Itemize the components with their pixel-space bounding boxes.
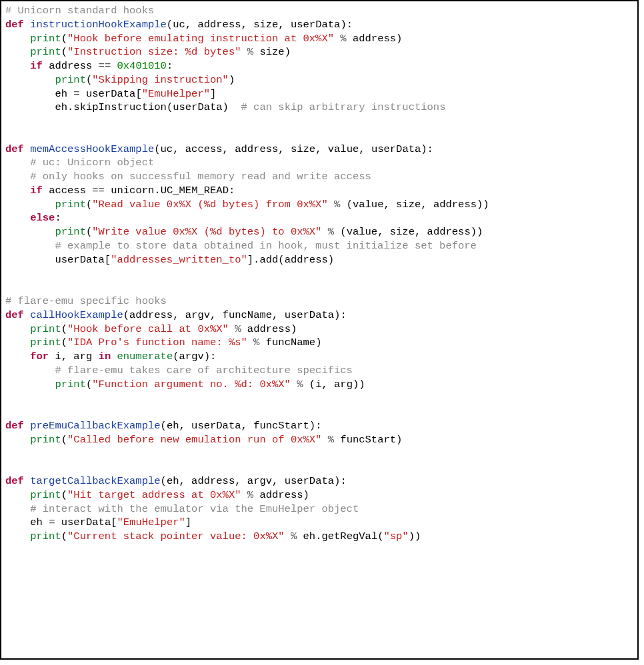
code-token: , bbox=[415, 226, 427, 238]
code-token: ) bbox=[396, 434, 402, 446]
code-token: == bbox=[99, 60, 111, 72]
code-token: size bbox=[259, 46, 284, 58]
code-token: print bbox=[30, 46, 61, 58]
code-token: , bbox=[241, 420, 254, 432]
code-token: ( bbox=[86, 378, 92, 390]
code-token bbox=[92, 60, 98, 72]
code-token: argv bbox=[185, 309, 210, 321]
code-token: , bbox=[383, 199, 396, 211]
code-token: size bbox=[253, 19, 278, 31]
code-token: ( bbox=[61, 434, 67, 446]
code-token: ) bbox=[315, 336, 321, 348]
code-token: == bbox=[92, 185, 105, 197]
code-token: , bbox=[173, 143, 185, 155]
code-token bbox=[111, 60, 117, 72]
code-token: ( bbox=[61, 489, 67, 501]
code-token: , bbox=[241, 19, 254, 31]
code-token bbox=[347, 33, 353, 45]
code-token: , bbox=[272, 475, 285, 487]
code-token bbox=[5, 378, 55, 390]
code-token: ] bbox=[185, 516, 191, 528]
code-token bbox=[5, 489, 30, 501]
code-token: def bbox=[5, 19, 24, 31]
code-token: ( bbox=[173, 350, 179, 362]
code-token: "Hook before emulating instruction at 0x… bbox=[67, 33, 334, 45]
code-token: ( bbox=[61, 46, 67, 58]
code-token: : bbox=[229, 185, 235, 197]
code-token: print bbox=[30, 323, 61, 335]
code-token bbox=[5, 199, 55, 211]
code-token: access bbox=[49, 185, 86, 197]
code-token: : bbox=[167, 60, 173, 72]
code-token: size bbox=[396, 199, 421, 211]
code-token bbox=[328, 199, 334, 211]
code-token: arg bbox=[334, 378, 353, 390]
code-token: )) bbox=[471, 226, 483, 238]
code-token bbox=[43, 516, 49, 528]
code-token: ( bbox=[167, 101, 173, 113]
code-token bbox=[55, 516, 61, 528]
code-token bbox=[5, 336, 30, 348]
code-token: [ bbox=[105, 254, 111, 266]
code-token: value bbox=[347, 226, 378, 238]
code-token bbox=[259, 336, 265, 348]
code-token: def bbox=[5, 420, 24, 432]
code-token: # flare-emu takes care of architecture s… bbox=[55, 364, 352, 376]
code-token: print bbox=[30, 434, 61, 446]
code-token: ( bbox=[86, 74, 92, 86]
code-token bbox=[80, 88, 86, 100]
code-token: , bbox=[359, 143, 371, 155]
code-token bbox=[5, 516, 30, 528]
code-token: in bbox=[99, 350, 111, 362]
code-token: "Hit target address at 0x%X" bbox=[67, 489, 241, 501]
code-token: ): bbox=[334, 475, 347, 487]
code-token: eh bbox=[55, 101, 67, 113]
code-token bbox=[5, 46, 30, 58]
code-token: funcName bbox=[223, 309, 272, 321]
code-token bbox=[5, 364, 55, 376]
code-token: , bbox=[61, 350, 74, 362]
code-token bbox=[5, 60, 30, 72]
code-token: userData bbox=[191, 420, 241, 432]
code-token bbox=[321, 226, 327, 238]
code-token: = bbox=[73, 88, 79, 100]
code-token bbox=[5, 350, 30, 362]
code-token: address bbox=[49, 60, 92, 72]
code-token: unicorn bbox=[111, 185, 154, 197]
code-token: def bbox=[5, 309, 24, 321]
code-token: )) bbox=[409, 530, 421, 542]
code-token: address bbox=[235, 143, 278, 155]
code-token: # Unicorn standard hooks bbox=[5, 5, 154, 17]
code-token: , bbox=[315, 143, 328, 155]
code-token: for bbox=[30, 350, 49, 362]
code-token: userData bbox=[173, 101, 222, 113]
code-token: ( bbox=[334, 226, 347, 238]
code-token: print bbox=[30, 33, 61, 45]
code-token bbox=[5, 101, 55, 113]
code-token: ) bbox=[223, 101, 241, 113]
code-token bbox=[241, 489, 247, 501]
code-token bbox=[5, 33, 30, 45]
code-token: print bbox=[55, 199, 86, 211]
code-token: ) bbox=[291, 323, 297, 335]
code-token bbox=[241, 46, 247, 58]
code-token: print bbox=[55, 378, 86, 390]
code-token: address bbox=[191, 475, 235, 487]
code-token: address bbox=[259, 489, 303, 501]
code-token: print bbox=[30, 336, 61, 348]
code-token: funcStart bbox=[253, 420, 309, 432]
code-token: eh bbox=[303, 530, 316, 542]
code-token: ( bbox=[340, 199, 353, 211]
code-token bbox=[43, 60, 49, 72]
code-token: address bbox=[247, 323, 291, 335]
code-token: ( bbox=[167, 19, 173, 31]
code-token: address bbox=[433, 199, 477, 211]
code-token: , bbox=[421, 199, 433, 211]
code-token: ( bbox=[154, 143, 160, 155]
code-token bbox=[5, 323, 30, 335]
code-token: instructionHookExample bbox=[30, 19, 167, 31]
code-token: eh bbox=[167, 420, 179, 432]
code-token: ( bbox=[86, 226, 92, 238]
code-token bbox=[86, 185, 92, 197]
code-token: % bbox=[247, 46, 253, 58]
